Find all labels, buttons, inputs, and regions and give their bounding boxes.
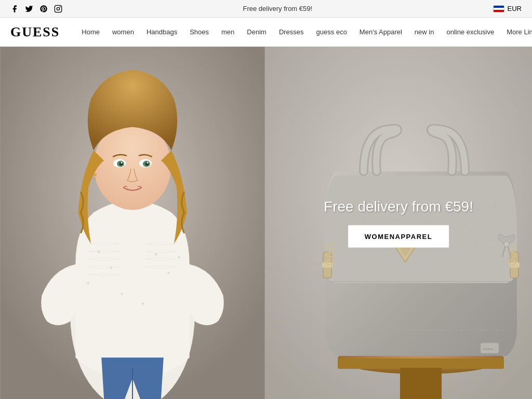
currency-label: EUR — [508, 5, 522, 12]
nav-online-exclusive[interactable]: online exclusive — [440, 18, 500, 47]
cta-button[interactable]: WOMENAPPAREL — [348, 225, 449, 248]
nav-links: Home women Handbags Shoes men Denim Dres… — [75, 18, 532, 47]
twitter-icon[interactable] — [25, 5, 33, 13]
svg-point-27 — [147, 162, 148, 164]
svg-point-26 — [121, 162, 123, 164]
pinterest-icon[interactable] — [39, 5, 48, 13]
top-bar: Free delivery from €59! EUR — [0, 0, 532, 18]
social-icons — [10, 5, 62, 13]
svg-text:✦: ✦ — [86, 280, 90, 286]
svg-rect-33 — [400, 368, 442, 399]
svg-text:✦: ✦ — [177, 254, 181, 260]
hero-left-panel: ✦ ✦ ✦ ✦ ✦ ✦ ✦ ✦ — [0, 47, 265, 399]
hero-right-panel: GUESS GUESS — [265, 47, 532, 399]
nav-mens-apparel[interactable]: Men's Apparel — [353, 18, 408, 47]
svg-text:GUESS: GUESS — [483, 348, 493, 351]
svg-point-113 — [504, 242, 509, 247]
nav-new-in[interactable]: new in — [408, 18, 441, 47]
svg-point-29 — [94, 178, 96, 180]
svg-text:✦: ✦ — [140, 300, 145, 308]
hero-overlay: Free delivery from €59! WOMENAPPAREL — [324, 198, 473, 248]
nav-guess-eco[interactable]: guess eco — [310, 18, 353, 47]
nav-handbags[interactable]: Handbags — [140, 18, 183, 47]
navbar: GUESS Home women Handbags Shoes men Deni… — [0, 18, 532, 47]
nav-men[interactable]: men — [215, 18, 241, 47]
nav-denim[interactable]: Denim — [241, 18, 273, 47]
svg-text:✦: ✦ — [109, 265, 113, 271]
currency-selector[interactable]: EUR — [493, 5, 522, 12]
nav-women[interactable]: women — [106, 18, 140, 47]
facebook-icon[interactable] — [10, 5, 19, 13]
svg-point-1 — [57, 7, 59, 10]
nav-more-links[interactable]: More Links — [500, 18, 532, 47]
svg-text:✦: ✦ — [119, 291, 124, 297]
eu-flag-icon — [493, 5, 504, 12]
svg-text:✦: ✦ — [96, 248, 101, 256]
svg-text:✦: ✦ — [166, 270, 170, 276]
svg-point-2 — [60, 6, 61, 7]
instagram-icon[interactable] — [54, 5, 62, 13]
hero-promo-text: Free delivery from €59! — [324, 198, 473, 215]
svg-rect-32 — [338, 358, 504, 369]
hero-section: ✦ ✦ ✦ ✦ ✦ ✦ ✦ ✦ — [0, 47, 532, 399]
nav-home[interactable]: Home — [75, 18, 106, 47]
brand-logo[interactable]: GUESS — [10, 24, 60, 40]
nav-shoes[interactable]: Shoes — [183, 18, 215, 47]
nav-dresses[interactable]: Dresses — [273, 18, 310, 47]
svg-point-28 — [94, 173, 97, 176]
svg-rect-0 — [55, 5, 61, 12]
promo-message: Free delivery from €59! — [243, 5, 312, 12]
svg-text:✦: ✦ — [153, 251, 158, 258]
